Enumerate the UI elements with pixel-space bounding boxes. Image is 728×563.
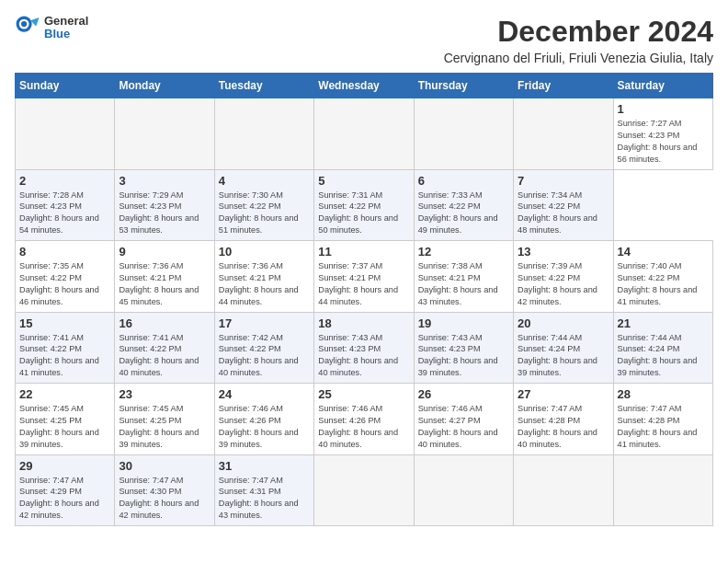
day-cell-20: 20Sunrise: 7:44 AMSunset: 4:24 PMDayligh… — [514, 312, 613, 384]
day-info: Sunrise: 7:29 AMSunset: 4:23 PMDaylight:… — [119, 190, 210, 237]
day-number: 19 — [418, 316, 509, 330]
empty-cell — [314, 98, 414, 170]
day-info: Sunrise: 7:34 AMSunset: 4:22 PMDaylight:… — [518, 190, 609, 237]
day-cell-11: 11Sunrise: 7:37 AMSunset: 4:21 PMDayligh… — [314, 241, 414, 313]
day-info: Sunrise: 7:46 AMSunset: 4:27 PMDaylight:… — [418, 403, 509, 451]
week-row-1: 1Sunrise: 7:27 AMSunset: 4:23 PMDaylight… — [16, 98, 713, 170]
day-info: Sunrise: 7:47 AMSunset: 4:29 PMDaylight:… — [19, 475, 110, 523]
day-number: 26 — [418, 387, 509, 401]
day-number: 7 — [518, 174, 609, 188]
day-number: 6 — [418, 174, 509, 188]
day-info: Sunrise: 7:43 AMSunset: 4:23 PMDaylight:… — [418, 332, 509, 380]
day-cell-5: 5Sunrise: 7:31 AMSunset: 4:22 PMDaylight… — [314, 169, 414, 241]
empty-cell — [514, 98, 613, 170]
day-number: 21 — [618, 316, 709, 330]
week-row-5: 22Sunrise: 7:45 AMSunset: 4:25 PMDayligh… — [16, 384, 713, 455]
day-cell-14: 14Sunrise: 7:40 AMSunset: 4:22 PMDayligh… — [613, 241, 712, 313]
day-number: 1 — [618, 102, 709, 116]
day-info: Sunrise: 7:43 AMSunset: 4:23 PMDaylight:… — [318, 332, 409, 380]
day-cell-9: 9Sunrise: 7:36 AMSunset: 4:21 PMDaylight… — [115, 241, 214, 313]
day-cell-15: 15Sunrise: 7:41 AMSunset: 4:22 PMDayligh… — [16, 312, 115, 384]
day-number: 23 — [119, 387, 210, 401]
day-cell-28: 28Sunrise: 7:47 AMSunset: 4:28 PMDayligh… — [613, 384, 712, 455]
day-info: Sunrise: 7:47 AMSunset: 4:30 PMDaylight:… — [119, 475, 210, 523]
day-info: Sunrise: 7:40 AMSunset: 4:22 PMDaylight:… — [618, 260, 709, 308]
day-info: Sunrise: 7:39 AMSunset: 4:22 PMDaylight:… — [518, 260, 609, 308]
day-cell-25: 25Sunrise: 7:46 AMSunset: 4:26 PMDayligh… — [314, 384, 414, 455]
day-info: Sunrise: 7:41 AMSunset: 4:22 PMDaylight:… — [19, 332, 110, 380]
day-cell-4: 4Sunrise: 7:30 AMSunset: 4:22 PMDaylight… — [214, 169, 313, 241]
col-header-saturday: Saturday — [613, 74, 712, 98]
day-number: 5 — [318, 174, 409, 188]
day-number: 30 — [119, 459, 210, 473]
day-number: 12 — [418, 245, 509, 259]
day-info: Sunrise: 7:44 AMSunset: 4:24 PMDaylight:… — [618, 332, 709, 380]
day-info: Sunrise: 7:36 AMSunset: 4:21 PMDaylight:… — [219, 260, 310, 308]
logo: General Blue — [15, 15, 88, 41]
day-number: 17 — [219, 316, 310, 330]
day-cell-26: 26Sunrise: 7:46 AMSunset: 4:27 PMDayligh… — [414, 384, 513, 455]
logo-text: General Blue — [44, 15, 88, 41]
calendar-table: SundayMondayTuesdayWednesdayThursdayFrid… — [15, 73, 713, 526]
day-info: Sunrise: 7:28 AMSunset: 4:23 PMDaylight:… — [19, 190, 110, 237]
day-info: Sunrise: 7:45 AMSunset: 4:25 PMDaylight:… — [19, 403, 110, 451]
day-number: 16 — [119, 316, 210, 330]
day-number: 31 — [219, 459, 310, 473]
day-number: 28 — [618, 387, 709, 401]
day-cell-31: 31Sunrise: 7:47 AMSunset: 4:31 PMDayligh… — [214, 454, 313, 526]
day-cell-29: 29Sunrise: 7:47 AMSunset: 4:29 PMDayligh… — [16, 454, 115, 526]
svg-point-2 — [21, 21, 27, 27]
day-cell-8: 8Sunrise: 7:35 AMSunset: 4:22 PMDaylight… — [16, 241, 115, 313]
day-number: 4 — [219, 174, 310, 188]
day-cell-27: 27Sunrise: 7:47 AMSunset: 4:28 PMDayligh… — [514, 384, 613, 455]
day-cell-1: 1Sunrise: 7:27 AMSunset: 4:23 PMDaylight… — [613, 98, 712, 170]
week-row-3: 8Sunrise: 7:35 AMSunset: 4:22 PMDaylight… — [16, 241, 713, 313]
week-row-6: 29Sunrise: 7:47 AMSunset: 4:29 PMDayligh… — [16, 454, 713, 526]
day-info: Sunrise: 7:36 AMSunset: 4:21 PMDaylight:… — [119, 260, 210, 308]
day-info: Sunrise: 7:33 AMSunset: 4:22 PMDaylight:… — [418, 190, 509, 237]
logo-general: General — [44, 15, 88, 28]
day-number: 27 — [518, 387, 609, 401]
col-header-monday: Monday — [115, 74, 214, 98]
header-row: SundayMondayTuesdayWednesdayThursdayFrid… — [16, 74, 713, 98]
day-info: Sunrise: 7:41 AMSunset: 4:22 PMDaylight:… — [119, 332, 210, 380]
day-info: Sunrise: 7:42 AMSunset: 4:22 PMDaylight:… — [219, 332, 310, 380]
day-number: 2 — [19, 174, 110, 188]
day-cell-16: 16Sunrise: 7:41 AMSunset: 4:22 PMDayligh… — [115, 312, 214, 384]
day-cell-10: 10Sunrise: 7:36 AMSunset: 4:21 PMDayligh… — [214, 241, 313, 313]
day-info: Sunrise: 7:47 AMSunset: 4:31 PMDaylight:… — [219, 475, 310, 523]
day-info: Sunrise: 7:44 AMSunset: 4:24 PMDaylight:… — [518, 332, 609, 380]
empty-cell — [514, 454, 613, 526]
title-area: December 2024 Cervignano del Friuli, Fri… — [444, 15, 713, 65]
day-number: 29 — [19, 459, 110, 473]
day-info: Sunrise: 7:35 AMSunset: 4:22 PMDaylight:… — [19, 260, 110, 308]
col-header-thursday: Thursday — [414, 74, 513, 98]
day-cell-2: 2Sunrise: 7:28 AMSunset: 4:23 PMDaylight… — [16, 169, 115, 241]
day-number: 22 — [19, 387, 110, 401]
empty-cell — [613, 454, 712, 526]
day-cell-3: 3Sunrise: 7:29 AMSunset: 4:23 PMDaylight… — [115, 169, 214, 241]
day-info: Sunrise: 7:30 AMSunset: 4:22 PMDaylight:… — [219, 190, 310, 237]
day-cell-19: 19Sunrise: 7:43 AMSunset: 4:23 PMDayligh… — [414, 312, 513, 384]
day-info: Sunrise: 7:47 AMSunset: 4:28 PMDaylight:… — [618, 403, 709, 451]
location-title: Cervignano del Friuli, Friuli Venezia Gi… — [444, 51, 713, 65]
day-info: Sunrise: 7:45 AMSunset: 4:25 PMDaylight:… — [119, 403, 210, 451]
day-cell-23: 23Sunrise: 7:45 AMSunset: 4:25 PMDayligh… — [115, 384, 214, 455]
day-info: Sunrise: 7:31 AMSunset: 4:22 PMDaylight:… — [318, 190, 409, 237]
day-cell-12: 12Sunrise: 7:38 AMSunset: 4:21 PMDayligh… — [414, 241, 513, 313]
day-number: 18 — [318, 316, 409, 330]
day-info: Sunrise: 7:27 AMSunset: 4:23 PMDaylight:… — [618, 118, 709, 166]
day-cell-30: 30Sunrise: 7:47 AMSunset: 4:30 PMDayligh… — [115, 454, 214, 526]
day-cell-21: 21Sunrise: 7:44 AMSunset: 4:24 PMDayligh… — [613, 312, 712, 384]
month-title: December 2024 — [444, 15, 713, 49]
day-cell-17: 17Sunrise: 7:42 AMSunset: 4:22 PMDayligh… — [214, 312, 313, 384]
day-number: 24 — [219, 387, 310, 401]
col-header-friday: Friday — [514, 74, 613, 98]
day-number: 10 — [219, 245, 310, 259]
empty-cell — [314, 454, 414, 526]
day-info: Sunrise: 7:46 AMSunset: 4:26 PMDaylight:… — [318, 403, 409, 451]
day-number: 20 — [518, 316, 609, 330]
day-number: 3 — [119, 174, 210, 188]
empty-cell — [16, 98, 115, 170]
day-number: 13 — [518, 245, 609, 259]
